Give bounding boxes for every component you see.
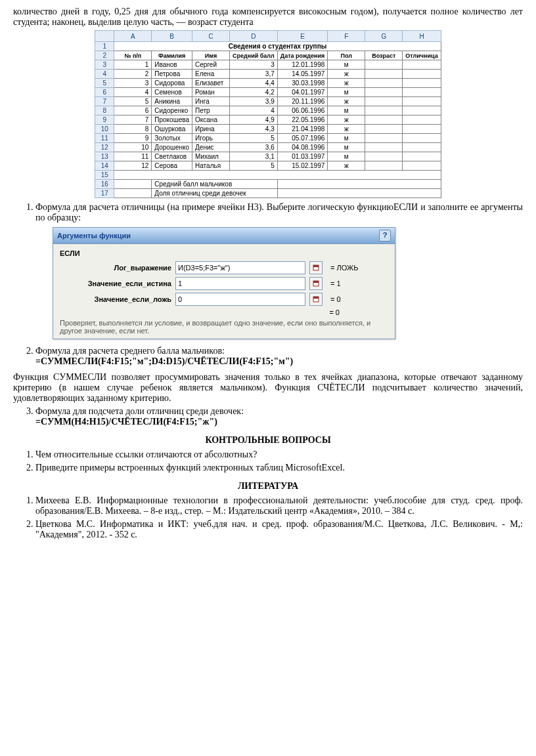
- cell-ball: 4: [230, 106, 278, 116]
- cell-dob: 12.01.1998: [277, 60, 328, 70]
- literature-2: Цветкова М.С. Информатика и ИКТ: учеб.дл…: [35, 519, 523, 540]
- cell-ball: 4,4: [230, 79, 278, 88]
- footer-label: Доля отличниц среди девочек: [152, 189, 277, 198]
- dialog-description: Проверяет, выполняется ли условие, и воз…: [60, 319, 388, 335]
- intro-paragraph: количество дней в году, 0,25 дня для обы…: [13, 7, 523, 28]
- arg-input-log[interactable]: И(D3=5;F3="ж"): [175, 261, 305, 274]
- cell-n: 7: [114, 116, 152, 125]
- row-header: 6: [95, 88, 114, 97]
- cell-dob: 06.06.1996: [277, 106, 328, 116]
- literature-heading: ЛИТЕРАТУРА: [13, 481, 523, 492]
- steps-list-2: Формула для расчета среднего балла мальч…: [13, 346, 523, 367]
- arg-label-log: Лог_выражение: [60, 264, 171, 272]
- cell-excellent: [403, 97, 441, 106]
- cell-sex: м: [328, 60, 365, 70]
- range-picker-icon[interactable]: [309, 277, 323, 290]
- row-header: 12: [95, 143, 114, 152]
- cell-ball: 3,6: [230, 143, 278, 152]
- arg-input-false[interactable]: 0: [175, 293, 305, 306]
- row-header: 2: [95, 51, 114, 60]
- cell-age: [365, 143, 403, 152]
- cell-sex: ж: [328, 116, 365, 125]
- dialog-title-text: Аргументы функции: [57, 232, 131, 240]
- empty-cell: [114, 171, 441, 180]
- empty-cell: [277, 180, 441, 189]
- row-header: 8: [95, 106, 114, 116]
- cell-n: 10: [114, 143, 152, 152]
- row-header: 15: [95, 171, 114, 180]
- empty-cell: [114, 189, 152, 198]
- header-cell: Дата рождения: [277, 51, 328, 60]
- cell-dob: 30.03.1998: [277, 79, 328, 88]
- literature-1: Михеева Е.В. Информационные технологии в…: [35, 495, 523, 516]
- arg-input-true[interactable]: 1: [175, 277, 305, 290]
- cell-im: Петр: [192, 106, 230, 116]
- header-cell: Средний балл: [230, 51, 278, 60]
- cell-fam: Светлаков: [152, 152, 192, 161]
- cell-fam: Серова: [152, 161, 192, 171]
- row-header: 13: [95, 152, 114, 161]
- help-icon[interactable]: ?: [379, 230, 391, 242]
- footer-label: Средний балл мальчиков: [152, 180, 277, 189]
- empty-cell: [277, 189, 441, 198]
- cell-n: 11: [114, 152, 152, 161]
- svg-rect-3: [313, 281, 319, 283]
- question-1: Чем относительные ссылки отличаются от а…: [35, 450, 523, 460]
- cell-n: 2: [114, 70, 152, 79]
- range-picker-icon[interactable]: [309, 261, 323, 274]
- step-3-formula: =СУММ(H4:H15)/СЧЁТЕСЛИ(F4:F15;"ж"): [35, 417, 217, 427]
- cell-fam: Аникина: [152, 97, 192, 106]
- range-picker-icon[interactable]: [309, 293, 323, 306]
- cell-dob: 04.01.1997: [277, 88, 328, 97]
- header-cell: Фамилия: [152, 51, 192, 60]
- cell-excellent: [403, 116, 441, 125]
- step-3-text: Формула для подсчета доли отличниц среди…: [35, 406, 244, 416]
- cell-fam: Сидорова: [152, 79, 192, 88]
- cell-dob: 20.11.1996: [277, 97, 328, 106]
- cell-fam: Петрова: [152, 70, 192, 79]
- cell-age: [365, 88, 403, 97]
- cell-sex: ж: [328, 79, 365, 88]
- questions-heading: КОНТРОЛЬНЫЕ ВОПРОСЫ: [13, 435, 523, 446]
- cell-dob: 21.04.1998: [277, 125, 328, 134]
- row-header: 3: [95, 60, 114, 70]
- cell-age: [365, 97, 403, 106]
- cell-age: [365, 79, 403, 88]
- cell-sex: ж: [328, 125, 365, 134]
- header-cell: № п/п: [114, 51, 152, 60]
- cell-im: Оксана: [192, 116, 230, 125]
- cell-im: Ирина: [192, 125, 230, 134]
- step-3: Формула для подсчета доли отличниц среди…: [35, 406, 523, 427]
- cell-ball: 4,9: [230, 116, 278, 125]
- cell-dob: 05.07.1996: [277, 134, 328, 143]
- cell-ball: 5: [230, 134, 278, 143]
- cell-sex: м: [328, 88, 365, 97]
- step-1: Формула для расчета отличницы (на пример…: [35, 202, 523, 223]
- cell-age: [365, 70, 403, 79]
- cell-excellent: [403, 143, 441, 152]
- cell-dob: 14.05.1997: [277, 70, 328, 79]
- row-header: 7: [95, 97, 114, 106]
- col-header: F: [328, 31, 365, 42]
- spreadsheet-table: A B C D E F G H 1 Сведения о студентах г…: [95, 30, 441, 198]
- cell-im: Инга: [192, 97, 230, 106]
- cell-fam: Иванов: [152, 60, 192, 70]
- cell-fam: Дорошенко: [152, 143, 192, 152]
- step-2: Формула для расчета среднего балла мальч…: [35, 346, 523, 367]
- cell-excellent: [403, 134, 441, 143]
- col-header: D: [230, 31, 278, 42]
- cell-excellent: [403, 125, 441, 134]
- cell-sex: м: [328, 143, 365, 152]
- col-header: H: [403, 31, 441, 42]
- cell-excellent: [403, 106, 441, 116]
- cell-n: 12: [114, 161, 152, 171]
- literature-list: Михеева Е.В. Информационные технологии в…: [13, 495, 523, 540]
- arg-label-true: Значение_если_истина: [60, 280, 171, 287]
- cell-fam: Сидоренко: [152, 106, 192, 116]
- cell-excellent: [403, 60, 441, 70]
- cell-sex: м: [328, 152, 365, 161]
- col-header: G: [365, 31, 403, 42]
- questions-list: Чем относительные ссылки отличаются от а…: [13, 450, 523, 473]
- cell-n: 6: [114, 106, 152, 116]
- function-arguments-dialog: Аргументы функции ? ЕСЛИ Лог_выражение И…: [53, 227, 395, 339]
